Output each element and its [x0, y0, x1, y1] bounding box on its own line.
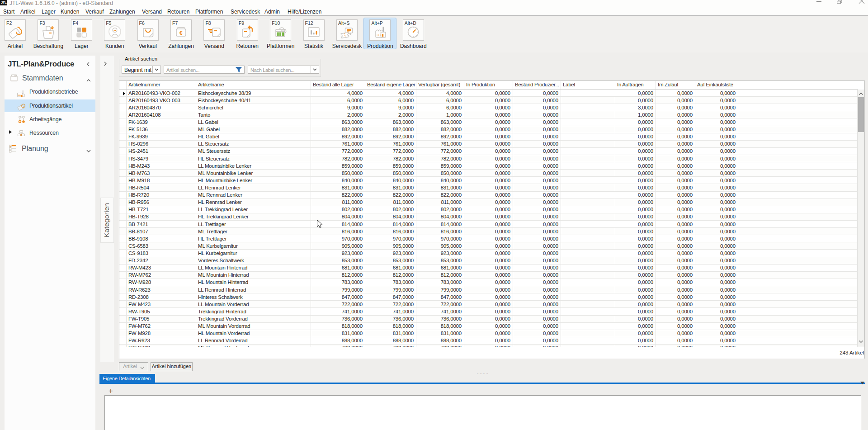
- svg-text:€: €: [179, 29, 183, 36]
